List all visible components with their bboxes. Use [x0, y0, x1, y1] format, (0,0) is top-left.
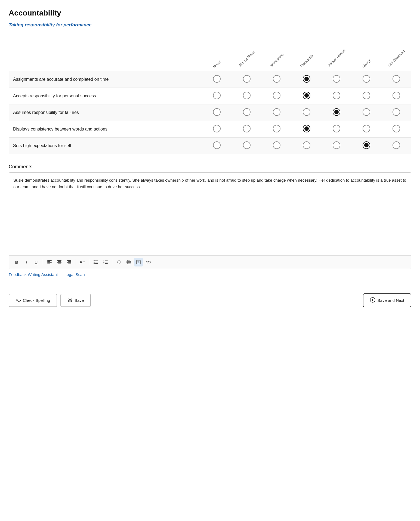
radio-button[interactable] [333, 141, 340, 149]
radio-button[interactable] [273, 141, 280, 149]
undo-button[interactable] [115, 258, 123, 266]
save-button[interactable]: Save [60, 294, 91, 307]
radio-button[interactable] [303, 92, 310, 99]
radio-button[interactable] [363, 108, 370, 116]
radio-button[interactable] [273, 75, 280, 83]
radio-cell-row3-col5[interactable] [351, 121, 381, 138]
radio-cell-row1-col0[interactable] [202, 88, 232, 104]
comments-textarea[interactable] [9, 173, 411, 254]
radio-cell-row1-col2[interactable] [262, 88, 292, 104]
radio-button[interactable] [213, 75, 221, 83]
radio-button[interactable] [333, 92, 340, 99]
radio-cell-row4-col2[interactable] [262, 138, 292, 154]
radio-cell-row3-col3[interactable] [292, 121, 322, 138]
radio-cell-row0-col6[interactable] [381, 71, 411, 88]
radio-cell-row3-col4[interactable] [322, 121, 351, 138]
format-button[interactable]: T [134, 258, 143, 266]
bold-button[interactable]: B [12, 258, 21, 266]
radio-cell-row2-col3[interactable] [292, 104, 322, 121]
radio-button[interactable] [393, 141, 400, 149]
radio-button[interactable] [243, 75, 251, 83]
radio-button[interactable] [303, 125, 310, 132]
align-right-button[interactable] [65, 258, 73, 266]
radio-button[interactable] [213, 92, 221, 99]
print-button[interactable] [124, 258, 133, 266]
table-row: Sets high expectations for self [9, 138, 411, 154]
highlight-button[interactable]: A ▼ [78, 258, 87, 266]
radio-cell-row2-col4[interactable] [322, 104, 351, 121]
comments-section: Comments B I U A ▼ [9, 164, 411, 277]
radio-cell-row1-col3[interactable] [292, 88, 322, 104]
radio-button[interactable] [363, 75, 370, 83]
radio-button[interactable] [393, 92, 400, 99]
bullet-list-button[interactable] [91, 258, 100, 266]
radio-cell-row0-col5[interactable] [351, 71, 381, 88]
writing-assistant-link[interactable]: Feedback Writing Assistant [9, 272, 58, 277]
radio-cell-row1-col1[interactable] [232, 88, 262, 104]
radio-button[interactable] [393, 108, 400, 116]
radio-cell-row0-col2[interactable] [262, 71, 292, 88]
radio-button[interactable] [393, 125, 400, 132]
col-header-almost-never: Almost Never [232, 36, 262, 71]
radio-cell-row3-col2[interactable] [262, 121, 292, 138]
italic-button[interactable]: I [22, 258, 31, 266]
radio-cell-row0-col1[interactable] [232, 71, 262, 88]
radio-button[interactable] [393, 75, 400, 83]
radio-cell-row1-col6[interactable] [381, 88, 411, 104]
radio-button[interactable] [333, 108, 340, 116]
radio-cell-row4-col4[interactable] [322, 138, 351, 154]
radio-button[interactable] [273, 92, 280, 99]
row-label: Assumes responsibility for failures [9, 104, 202, 121]
radio-cell-row0-col0[interactable] [202, 71, 232, 88]
radio-cell-row2-col6[interactable] [381, 104, 411, 121]
radio-button[interactable] [243, 108, 251, 116]
radio-button[interactable] [243, 125, 251, 132]
separator-1 [43, 259, 43, 265]
radio-button[interactable] [363, 141, 370, 149]
svg-point-12 [94, 260, 95, 261]
radio-cell-row4-col1[interactable] [232, 138, 262, 154]
radio-cell-row2-col2[interactable] [262, 104, 292, 121]
save-next-button[interactable]: Save and Next [363, 293, 411, 307]
radio-button[interactable] [273, 108, 280, 116]
radio-cell-row2-col0[interactable] [202, 104, 232, 121]
radio-button[interactable] [213, 125, 221, 132]
radio-cell-row2-col5[interactable] [351, 104, 381, 121]
radio-cell-row1-col4[interactable] [322, 88, 351, 104]
radio-cell-row0-col4[interactable] [322, 71, 351, 88]
radio-button[interactable] [243, 92, 251, 99]
radio-cell-row3-col6[interactable] [381, 121, 411, 138]
radio-button[interactable] [213, 141, 221, 149]
legal-scan-link[interactable]: Legal Scan [64, 272, 85, 277]
row-label: Accepts responsibility for personal succ… [9, 88, 202, 104]
check-spelling-button[interactable]: A Check Spelling [9, 294, 57, 307]
radio-button[interactable] [273, 125, 280, 132]
radio-button[interactable] [213, 108, 221, 116]
radio-button[interactable] [333, 75, 340, 83]
radio-cell-row4-col0[interactable] [202, 138, 232, 154]
radio-button[interactable] [303, 75, 310, 83]
underline-button[interactable]: U [32, 258, 41, 266]
radio-cell-row4-col3[interactable] [292, 138, 322, 154]
radio-button[interactable] [363, 125, 370, 132]
radio-cell-row3-col1[interactable] [232, 121, 262, 138]
numbered-list-button[interactable]: 1.2.3. [101, 258, 110, 266]
align-center-button[interactable] [55, 258, 64, 266]
row-label: Displays consistency between words and a… [9, 121, 202, 138]
radio-cell-row4-col5[interactable] [351, 138, 381, 154]
radio-button[interactable] [333, 125, 340, 132]
radio-cell-row3-col0[interactable] [202, 121, 232, 138]
radio-button[interactable] [303, 141, 310, 149]
radio-button[interactable] [303, 108, 310, 116]
radio-cell-row4-col6[interactable] [381, 138, 411, 154]
check-spelling-label: Check Spelling [23, 298, 50, 303]
radio-cell-row2-col1[interactable] [232, 104, 262, 121]
radio-cell-row0-col3[interactable] [292, 71, 322, 88]
radio-cell-row1-col5[interactable] [351, 88, 381, 104]
link-button[interactable] [144, 258, 153, 266]
col-header-never: Never [202, 36, 232, 71]
svg-rect-1 [47, 261, 50, 262]
radio-button[interactable] [363, 92, 370, 99]
radio-button[interactable] [243, 141, 251, 149]
align-left-button[interactable] [45, 258, 54, 266]
